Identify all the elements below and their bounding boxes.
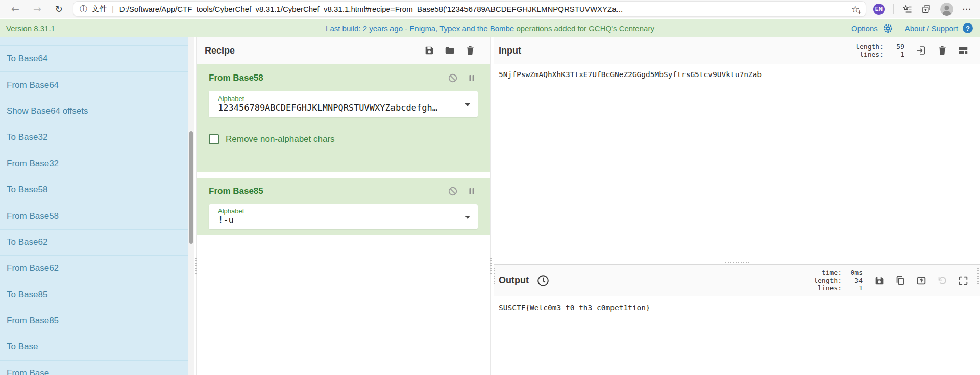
clock-icon[interactable]	[536, 274, 550, 287]
length-value: 34	[845, 277, 863, 284]
person-icon	[940, 3, 953, 16]
recipe-header: Recipe	[197, 37, 490, 64]
checkbox-label[interactable]: Remove non-alphabet chars	[226, 134, 335, 144]
options-button[interactable]: Options	[851, 24, 878, 33]
save-output-icon[interactable]	[874, 275, 885, 286]
input-textarea[interactable]: 5NjfPswZmAQhXhK3TtxE7UfBcGNeZ2GGgd5MbSyf…	[494, 64, 980, 264]
toolbar-right: EN ⋯	[866, 3, 980, 16]
gear-icon[interactable]	[883, 23, 893, 34]
output-header: Output time:0ms length:34 lines:1	[494, 265, 980, 296]
op-title: From Base58	[209, 73, 263, 83]
sidebar-scrollbar-track[interactable]	[188, 37, 194, 375]
pane-resize-grip[interactable]	[490, 258, 492, 275]
sidebar-item-to-base62[interactable]: To Base62	[0, 229, 188, 255]
alphabet-value[interactable]: !-u	[218, 215, 455, 225]
operations-list: To Base64 From Base64 Show Base64 offset…	[0, 37, 188, 375]
sidebar-item-from-base32[interactable]: From Base32	[0, 151, 188, 177]
sidebar-item-to-base32[interactable]: To Base32	[0, 124, 188, 150]
disable-op-icon[interactable]	[448, 186, 458, 196]
op-controls	[448, 186, 477, 196]
clear-recipe-trash-icon[interactable]	[464, 45, 476, 56]
alphabet-value[interactable]: 123456789ABCDEFGHJKLMNPQRSTUVWXYZabcdefg…	[218, 103, 455, 113]
plus-glyph: +	[857, 10, 862, 15]
io-split-divider[interactable]	[494, 264, 980, 265]
output-content: SUSCTF{Welc0m3_t0_th3_c0mpet1tion}	[499, 304, 974, 312]
clear-input-trash-icon[interactable]	[937, 45, 948, 56]
length-label: length:	[855, 43, 884, 51]
output-icons	[874, 275, 969, 286]
recipe-op-from-base58[interactable]: From Base58 Alphabet 123456789ABCDEFGHJK…	[197, 64, 490, 172]
pane-resize-grip[interactable]	[195, 258, 197, 275]
last-build-notice: Last build: 2 years ago - Enigma, Typex …	[326, 24, 654, 33]
load-recipe-folder-icon[interactable]	[444, 45, 455, 56]
maximize-icon[interactable]	[958, 275, 969, 286]
sidebar-item-to-base64[interactable]: To Base64	[0, 45, 188, 71]
app-banner: Version 8.31.1 Last build: 2 years ago -…	[0, 19, 980, 37]
split-layout-icon[interactable]	[958, 45, 969, 56]
about-support-button[interactable]: About / Support	[905, 24, 958, 33]
refresh-icon[interactable]: ↻	[55, 5, 63, 14]
sidebar-item-show-base64-offsets[interactable]: Show Base64 offsets	[0, 98, 188, 124]
add-favorite-icon[interactable]: ☆+	[851, 5, 860, 14]
sidebar-item-from-base85[interactable]: From Base85	[0, 308, 188, 334]
profile-avatar[interactable]	[940, 3, 953, 16]
forward-icon[interactable]: →	[33, 4, 41, 14]
nav-controls: ← → ↻	[0, 4, 73, 14]
lines-value: 1	[887, 51, 904, 58]
alphabet-field[interactable]: Alphabet 123456789ABCDEFGHJKLMNPQRSTUVWX…	[209, 91, 478, 117]
time-value: 0ms	[845, 269, 863, 277]
help-icon[interactable]: ?	[963, 23, 973, 33]
page-info-icon[interactable]: ⓘ	[80, 5, 87, 13]
sidebar-item-to-base58[interactable]: To Base58	[0, 177, 188, 203]
breakpoint-pause-icon[interactable]	[467, 186, 477, 196]
sidebar-item-from-base[interactable]: From Base	[0, 360, 188, 375]
undo-icon[interactable]	[937, 275, 948, 286]
recipe-op-from-base85[interactable]: From Base85 Alphabet !-u	[197, 178, 490, 235]
move-output-to-input-icon[interactable]	[916, 275, 927, 286]
open-file-as-input-icon[interactable]	[916, 45, 927, 56]
pane-resize-grip[interactable]	[977, 268, 979, 285]
sidebar-item-from-base64[interactable]: From Base64	[0, 71, 188, 97]
sidebar-item-to-base85[interactable]: To Base85	[0, 282, 188, 308]
browser-window: ← → ↻ ⓘ 文件 | D:/Software/App/CTF_tools/C…	[0, 0, 980, 375]
op-head: From Base58	[197, 64, 490, 83]
alphabet-label: Alphabet	[218, 207, 455, 215]
last-build-link[interactable]: Last build: 2 years ago - Enigma, Typex …	[326, 24, 514, 33]
chevron-down-icon[interactable]	[465, 216, 470, 219]
back-icon[interactable]: ←	[11, 4, 19, 14]
divider-grip-dots[interactable]	[725, 262, 749, 263]
lines-value: 1	[845, 284, 863, 292]
lines-label: lines:	[814, 284, 842, 292]
input-content[interactable]: 5NjfPswZmAQhXhK3TtxE7UfBcGNeZ2GGgd5MbSyf…	[499, 70, 974, 79]
sidebar-item-from-base62[interactable]: From Base62	[0, 255, 188, 281]
extension-badge[interactable]: EN	[873, 4, 885, 15]
alphabet-label: Alphabet	[218, 95, 455, 103]
address-bar[interactable]: ⓘ 文件 | D:/Software/App/CTF_tools/CyberCh…	[73, 1, 866, 17]
input-header-right: length:59 lines:1	[855, 43, 969, 58]
favorites-icon[interactable]	[902, 4, 913, 14]
save-recipe-icon[interactable]	[424, 45, 435, 56]
sidebar-scrollbar-thumb[interactable]	[189, 131, 193, 244]
length-value: 59	[887, 43, 904, 51]
disable-op-icon[interactable]	[448, 73, 458, 83]
file-protocol-label: 文件	[92, 4, 107, 14]
browser-menu-icon[interactable]: ⋯	[962, 5, 971, 13]
recipe-header-icons	[424, 45, 476, 56]
remove-non-alphabet-row: Remove non-alphabet chars	[197, 117, 490, 144]
url-text[interactable]: D:/Software/App/CTF_tools/CyberChef_v8.3…	[119, 5, 845, 13]
chevron-down-icon[interactable]	[465, 103, 470, 106]
sidebar-item-to-base[interactable]: To Base	[0, 334, 188, 360]
alphabet-field[interactable]: Alphabet !-u	[209, 204, 478, 229]
op-controls	[448, 73, 477, 83]
pane-resize-grip[interactable]	[494, 268, 495, 285]
output-area[interactable]: SUSCTF{Welc0m3_t0_th3_c0mpet1tion}	[494, 296, 980, 312]
remove-non-alphabet-checkbox[interactable]	[209, 134, 219, 144]
breakpoint-pause-icon[interactable]	[467, 73, 477, 83]
collections-icon[interactable]	[921, 4, 932, 14]
recipe-title: Recipe	[205, 45, 235, 56]
copy-output-icon[interactable]	[895, 275, 906, 286]
banner-actions: Options About / Support ?	[851, 23, 980, 34]
input-icons	[916, 45, 969, 56]
sidebar-item-from-base58[interactable]: From Base58	[0, 203, 188, 229]
timing-wrap	[536, 274, 550, 287]
